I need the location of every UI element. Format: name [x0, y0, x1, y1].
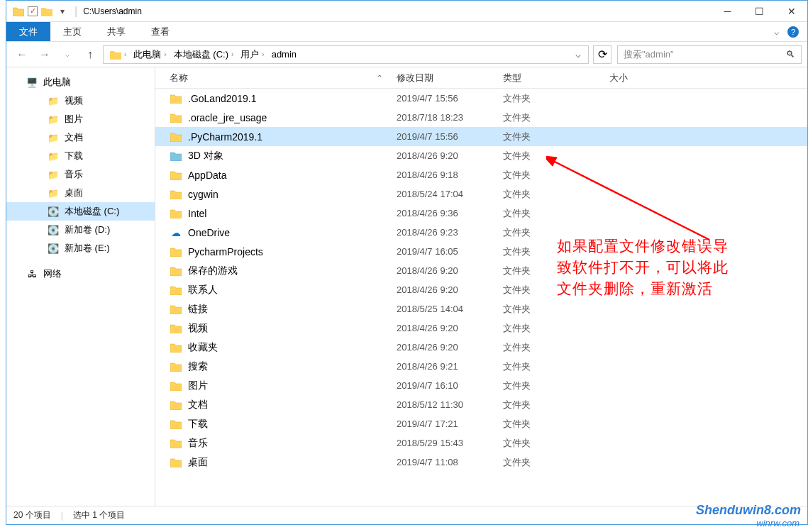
breadcrumb-root-icon[interactable]: › [106, 50, 130, 60]
folder-icon [170, 360, 182, 373]
file-date: 2018/5/29 15:43 [397, 438, 503, 448]
folder-icon [170, 399, 182, 411]
downloads-icon: 📁 [48, 150, 59, 162]
sidebar-network[interactable]: 🖧网络 [6, 265, 155, 283]
ribbon-tab-home[interactable]: 主页 [50, 22, 94, 41]
file-row[interactable]: .GoLand2019.12019/4/7 15:56文件夹 [155, 89, 807, 108]
file-name: 音乐 [188, 437, 397, 450]
file-type: 文件夹 [503, 303, 609, 316]
file-type: 文件夹 [503, 169, 609, 182]
file-date: 2018/4/26 9:23 [397, 227, 503, 238]
sidebar-vol-d[interactable]: 💽新加卷 (D:) [6, 221, 155, 239]
file-type: 文件夹 [503, 379, 609, 392]
file-row[interactable]: 搜索2018/4/26 9:21文件夹 [155, 357, 807, 376]
file-type: 文件夹 [503, 284, 609, 297]
search-icon[interactable]: 🔍︎ [786, 49, 795, 60]
file-name: 下载 [188, 418, 397, 431]
file-type: 文件夹 [503, 437, 609, 450]
documents-icon: 📁 [48, 132, 59, 143]
file-name: 桌面 [188, 456, 397, 469]
sidebar-videos[interactable]: 📁视频 [6, 92, 155, 110]
sidebar-local-c[interactable]: 💽本地磁盘 (C:) [6, 202, 155, 221]
breadcrumb-item[interactable]: admin [268, 49, 300, 60]
file-name: .GoLand2019.1 [188, 93, 397, 104]
ribbon-expand-icon[interactable]: ⌵ [774, 27, 779, 37]
file-date: 2018/4/26 9:20 [397, 342, 503, 353]
breadcrumb[interactable]: › 此电脑 › 本地磁盘 (C:) › 用户 › admin ⌵ [103, 45, 589, 64]
nav-up-button[interactable]: ↑ [80, 45, 100, 65]
file-row[interactable]: 视频2018/4/26 9:20文件夹 [155, 318, 807, 338]
sidebar-pictures[interactable]: 📁图片 [6, 110, 155, 128]
music-icon: 📁 [48, 169, 59, 180]
maximize-button[interactable]: ☐ [743, 1, 775, 22]
ribbon-tab-view[interactable]: 查看 [138, 22, 182, 41]
file-type: 文件夹 [503, 226, 609, 239]
qat-checkbox-icon[interactable]: ✓ [28, 6, 38, 16]
column-headers: 名称⌃ 修改日期 类型 大小 [155, 67, 807, 89]
navbar: ← → ⌵ ↑ › 此电脑 › 本地磁盘 (C:) › 用户 › admin ⌵… [6, 42, 807, 67]
col-header-name[interactable]: 名称⌃ [170, 72, 397, 84]
file-row[interactable]: 链接2018/5/25 14:04文件夹 [155, 299, 807, 318]
file-name: 搜索 [188, 360, 397, 373]
file-name: cygwin [188, 189, 397, 200]
file-name: 联系人 [188, 284, 397, 297]
sort-indicator-icon: ⌃ [377, 74, 382, 82]
file-row[interactable]: 音乐2018/5/29 15:43文件夹 [155, 433, 807, 453]
sidebar-documents[interactable]: 📁文档 [6, 128, 155, 147]
help-icon[interactable]: ? [787, 26, 799, 38]
ribbon-tab-file[interactable]: 文件 [6, 22, 50, 41]
breadcrumb-item[interactable]: 用户 › [237, 48, 267, 61]
refresh-button[interactable]: ⟳ [593, 45, 611, 64]
breadcrumb-item[interactable]: 此电脑 › [130, 48, 170, 61]
file-row[interactable]: 下载2019/4/7 17:21文件夹 [155, 414, 807, 433]
folder-icon [170, 188, 182, 201]
nav-forward-button[interactable]: → [35, 45, 55, 65]
close-button[interactable]: ✕ [775, 1, 807, 22]
col-header-type[interactable]: 类型 [503, 72, 609, 84]
file-row[interactable]: cygwin2018/5/24 17:04文件夹 [155, 184, 807, 204]
search-input[interactable]: 搜索"admin" 🔍︎ [617, 45, 802, 64]
sidebar-this-pc[interactable]: 🖥️此电脑 [6, 73, 155, 92]
minimize-button[interactable]: ─ [712, 1, 743, 22]
sidebar-desktop[interactable]: 📁桌面 [6, 184, 155, 202]
nav-history-dropdown[interactable]: ⌵ [57, 45, 77, 65]
file-row[interactable]: .oracle_jre_usage2018/7/18 18:23文件夹 [155, 108, 807, 127]
file-row[interactable]: 3D 对象2018/4/26 9:20文件夹 [155, 146, 807, 165]
file-row[interactable]: PycharmProjects2019/4/7 16:05文件夹 [155, 242, 807, 261]
file-row[interactable]: Intel2018/4/26 9:36文件夹 [155, 204, 807, 223]
file-row[interactable]: .PyCharm2019.12019/4/7 15:56文件夹 [155, 127, 807, 146]
qat-folder-icon[interactable] [40, 5, 53, 18]
folder-app-icon [12, 5, 25, 18]
col-header-size[interactable]: 大小 [609, 72, 666, 84]
main-panel: 名称⌃ 修改日期 类型 大小 .GoLand2019.12019/4/7 15:… [155, 67, 807, 506]
file-date: 2018/4/26 9:20 [397, 284, 503, 295]
col-header-date[interactable]: 修改日期 [397, 72, 503, 84]
file-name: 3D 对象 [188, 150, 397, 162]
folder-icon [170, 437, 182, 450]
file-row[interactable]: 保存的游戏2018/4/26 9:20文件夹 [155, 261, 807, 280]
breadcrumb-dropdown-icon[interactable]: ⌵ [575, 49, 581, 60]
ribbon-tab-share[interactable]: 共享 [94, 22, 138, 41]
sidebar: 🖥️此电脑 📁视频 📁图片 📁文档 📁下载 📁音乐 📁桌面 💽本地磁盘 (C:)… [6, 67, 155, 506]
file-type: 文件夹 [503, 245, 609, 258]
file-list: .GoLand2019.12019/4/7 15:56文件夹.oracle_jr… [155, 89, 807, 506]
sidebar-downloads[interactable]: 📁下载 [6, 147, 155, 165]
file-row[interactable]: 桌面2019/4/7 11:08文件夹 [155, 453, 807, 472]
file-row[interactable]: AppData2018/4/26 9:18文件夹 [155, 165, 807, 184]
file-date: 2019/4/7 11:08 [397, 457, 503, 467]
file-row[interactable]: 图片2019/4/7 16:10文件夹 [155, 376, 807, 395]
ribbon: 文件 主页 共享 查看 ⌵ ? [6, 22, 807, 42]
file-name: 视频 [188, 322, 397, 335]
file-date: 2018/4/26 9:21 [397, 361, 503, 372]
sidebar-music[interactable]: 📁音乐 [6, 165, 155, 184]
nav-back-button[interactable]: ← [12, 45, 32, 65]
file-row[interactable]: ☁OneDrive2018/4/26 9:23文件夹 [155, 223, 807, 242]
folder-icon [170, 92, 182, 105]
qat-dropdown-icon[interactable]: ▾ [56, 5, 69, 18]
sidebar-vol-e[interactable]: 💽新加卷 (E:) [6, 239, 155, 257]
breadcrumb-item[interactable]: 本地磁盘 (C:) › [170, 48, 238, 61]
file-type: 文件夹 [503, 188, 609, 201]
file-row[interactable]: 文档2018/5/12 11:30文件夹 [155, 395, 807, 414]
file-row[interactable]: 联系人2018/4/26 9:20文件夹 [155, 280, 807, 299]
file-row[interactable]: 收藏夹2018/4/26 9:20文件夹 [155, 338, 807, 357]
